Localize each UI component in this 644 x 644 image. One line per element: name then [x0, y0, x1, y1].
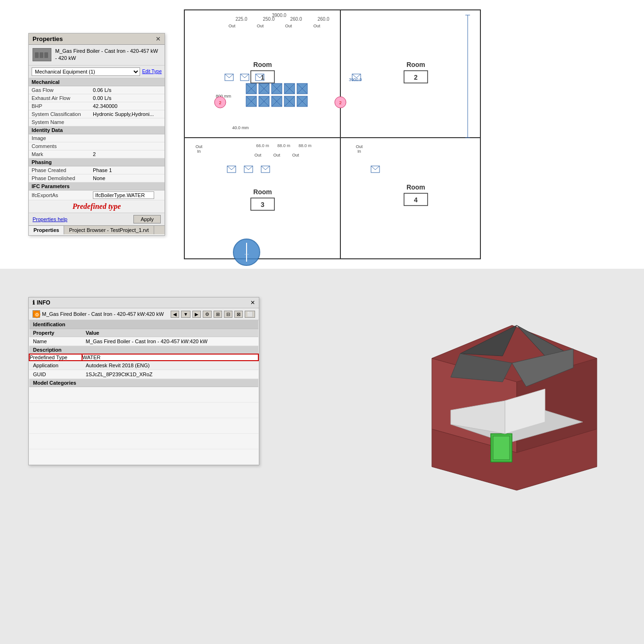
svg-text:In: In: [197, 149, 201, 154]
svg-text:Room: Room: [406, 183, 425, 191]
section-identification: Identification: [29, 320, 258, 329]
section-description: Description: [29, 346, 258, 355]
floorplan-svg: Room 1 Room 2 Room 3 Room 4 225.0 250.0 …: [185, 10, 480, 258]
boiler-icons: [246, 83, 307, 107]
svg-text:3900.0: 3900.0: [349, 77, 362, 82]
top-section: Properties ✕ M_Gas Fired Boiler - Cast I…: [0, 0, 644, 269]
svg-text:66.0 m: 66.0 m: [256, 143, 269, 148]
table-row: GUID 1SJcZL_8P239CtK1D_XRoZ: [29, 370, 258, 379]
bottom-section: ℹ INFO ✕ ⚙ M_Gas Fired Boiler - Cast Iro…: [0, 269, 644, 644]
element-name: M_Gas Fired Boiler - Cast Iron - 420-457…: [55, 48, 161, 62]
svg-text:225.0: 225.0: [235, 17, 247, 22]
svg-text:Out: Out: [314, 24, 321, 28]
properties-filter-row: Mechanical Equipment (1) Edit Type: [29, 66, 165, 78]
empty-row: [29, 387, 258, 403]
edit-type-btn[interactable]: Edit Type: [142, 69, 162, 74]
info-nav-prev[interactable]: ◀: [171, 311, 179, 318]
info-element-icon: ⚙: [33, 310, 40, 318]
info-title: ℹ INFO: [33, 299, 50, 306]
table-row: Phase Demolished None: [29, 174, 165, 182]
empty-row: [29, 449, 258, 465]
group-mechanical: Mechanical: [29, 78, 165, 86]
info-panel: ℹ INFO ✕ ⚙ M_Gas Fired Boiler - Cast Iro…: [28, 297, 259, 465]
svg-text:3: 3: [261, 201, 264, 208]
svg-text:2: 2: [339, 100, 341, 105]
svg-text:Room: Room: [406, 61, 425, 68]
svg-text:3900.0: 3900.0: [272, 13, 287, 18]
table-row: Comments: [29, 142, 165, 150]
group-ifc: IFC Parameters: [29, 182, 165, 190]
empty-row: [29, 403, 258, 418]
svg-text:...: ...: [244, 250, 248, 256]
svg-text:Out: Out: [257, 24, 264, 28]
group-phasing: Phasing: [29, 158, 165, 166]
properties-help-link[interactable]: Properties help: [33, 216, 67, 222]
svg-rect-1: [35, 52, 39, 58]
nav-circle-svg[interactable]: ...: [230, 236, 263, 269]
table-row: Application Autodesk Revit 2018 (ENG): [29, 361, 258, 370]
info-nav-expand[interactable]: ⬜: [245, 311, 255, 318]
floorplan-inner: Room 1 Room 2 Room 3 Room 4 225.0 250.0 …: [185, 10, 480, 258]
info-icon: ℹ: [33, 299, 35, 306]
ifc-export-input[interactable]: [93, 191, 154, 199]
svg-text:Out: Out: [255, 153, 262, 157]
info-title-text: INFO: [37, 299, 50, 306]
info-element-name: M_Gas Fired Boiler - Cast Iron - 420-457…: [42, 311, 169, 317]
info-nav-next[interactable]: ▶: [192, 311, 201, 318]
table-row: Mark 2: [29, 150, 165, 158]
apply-button[interactable]: Apply: [133, 215, 161, 223]
info-close-btn[interactable]: ✕: [250, 299, 255, 306]
properties-tabs: Properties Project Browser - TestProject…: [29, 225, 165, 234]
svg-text:Room: Room: [253, 188, 272, 196]
col-header-row: Property Value: [29, 329, 258, 337]
svg-text:Out: Out: [292, 153, 299, 157]
svg-rect-3: [44, 52, 48, 58]
3d-model-view: [413, 288, 616, 500]
table-row: Image: [29, 134, 165, 142]
info-toolbar: ⚙ M_Gas Fired Boiler - Cast Iron - 420-4…: [29, 308, 259, 320]
svg-text:260.0: 260.0: [290, 17, 302, 22]
properties-footer: Properties help Apply: [29, 213, 165, 225]
svg-text:In: In: [357, 149, 361, 154]
info-header: ℹ INFO ✕: [29, 297, 259, 308]
predefined-type-row: Predefined Type WATER: [29, 354, 258, 361]
info-nav-copy2[interactable]: ⊟: [224, 311, 232, 318]
element-icon: [33, 48, 51, 61]
tab-project-browser[interactable]: Project Browser - TestProject_1.rvt: [64, 226, 154, 234]
svg-text:88.0 m: 88.0 m: [277, 143, 290, 148]
element-info-row: M_Gas Fired Boiler - Cast Iron - 420-457…: [29, 45, 165, 66]
svg-rect-2: [40, 52, 43, 58]
section-model-categories: Model Categories: [29, 379, 258, 387]
nav-arrow-area: ...: [230, 236, 263, 270]
3d-model-svg: [413, 288, 616, 500]
group-identity: Identity Data: [29, 126, 165, 134]
svg-text:260.0: 260.0: [317, 17, 329, 22]
svg-text:Room: Room: [253, 61, 272, 68]
tab-properties[interactable]: Properties: [29, 226, 64, 234]
svg-text:Out: Out: [356, 144, 363, 149]
filter-select[interactable]: Mechanical Equipment (1): [32, 67, 140, 76]
table-row: Gas Flow 0.06 L/s: [29, 86, 165, 94]
info-nav-settings[interactable]: ⚙: [203, 311, 212, 318]
properties-table: Mechanical Gas Flow 0.06 L/s Exhaust Air…: [29, 78, 165, 200]
properties-title: Properties: [33, 35, 63, 42]
svg-text:Out: Out: [285, 24, 292, 28]
empty-row: [29, 434, 258, 449]
svg-text:2: 2: [414, 74, 418, 81]
properties-close-btn[interactable]: ✕: [156, 35, 161, 42]
floorplan-area: Room 1 Room 2 Room 3 Room 4 225.0 250.0 …: [184, 9, 481, 259]
svg-rect-98: [493, 436, 510, 460]
table-row: System Classification Hydronic Supply,Hy…: [29, 110, 165, 118]
empty-row: [29, 418, 258, 434]
svg-text:Out: Out: [229, 24, 236, 28]
info-nav-down[interactable]: ▼: [181, 311, 190, 318]
svg-text:Out: Out: [273, 153, 281, 157]
table-row: Name M_Gas Fired Boiler - Cast Iron - 42…: [29, 337, 258, 346]
info-table: Identification Property Value Name M_Gas…: [29, 320, 259, 465]
info-nav-copy3[interactable]: ⊠: [234, 311, 243, 318]
svg-text:4: 4: [414, 196, 418, 204]
properties-header: Properties ✕: [29, 33, 165, 45]
table-row: BHP 42.340000: [29, 102, 165, 110]
info-nav-copy1[interactable]: ⊞: [214, 311, 222, 318]
properties-scroll: Mechanical Gas Flow 0.06 L/s Exhaust Air…: [29, 78, 165, 200]
